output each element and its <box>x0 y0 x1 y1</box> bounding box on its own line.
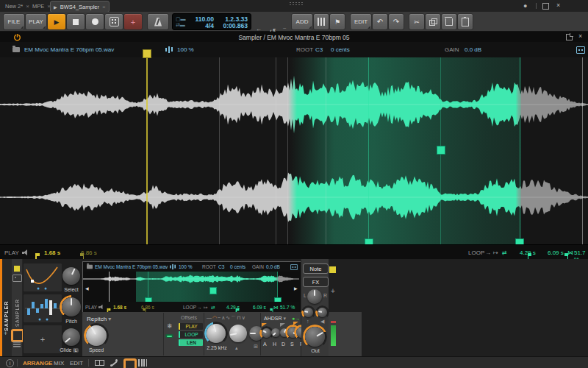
play-start-value[interactable]: 1.68 s <box>113 305 126 310</box>
loop-start-value[interactable]: 4.29 s <box>520 250 536 256</box>
loop-end-value[interactable]: 6.09 s <box>548 250 564 256</box>
play-end-value[interactable]: 6.86 s <box>141 305 154 310</box>
loop-mode-hold-icon[interactable]: ↦ <box>204 305 207 311</box>
layout-edit-button[interactable]: EDIT <box>70 360 83 367</box>
loop-mode-off-icon[interactable]: → <box>197 305 202 310</box>
next-device-enabled-toggle[interactable] <box>329 266 336 273</box>
loop-mode-off-icon[interactable]: → <box>485 250 491 256</box>
offset-play-button[interactable]: PLAY <box>179 323 203 330</box>
io-cable-icon[interactable] <box>110 359 118 367</box>
scroll-right-icon[interactable]: ▶ <box>294 286 298 291</box>
folder-icon[interactable] <box>12 47 20 52</box>
marker-button[interactable]: ⚑ <box>329 13 345 30</box>
zoom-fit-icon[interactable] <box>290 264 298 270</box>
envelope-dropdown[interactable]: AHDSR ▾ <box>264 316 286 322</box>
loop-start-value[interactable]: 4.29 s <box>226 305 240 310</box>
offset-loop-button[interactable]: LOOP <box>179 331 203 338</box>
drag-handle-icon[interactable] <box>289 1 304 6</box>
loop-mode-pingpong-icon[interactable]: ⇄ <box>211 305 215 311</box>
dual-display-icon[interactable] <box>95 360 104 366</box>
waveform-editor[interactable] <box>0 57 588 244</box>
zoom-value[interactable]: 100 % <box>179 264 192 269</box>
offset-len-button[interactable]: LEN <box>179 339 203 346</box>
track-strip[interactable]: SAMPLER + <box>0 259 12 356</box>
close-icon[interactable]: × <box>102 4 106 10</box>
play-start-marker-line[interactable] <box>146 57 148 244</box>
aux-knob-1[interactable] <box>304 308 313 317</box>
groove-button[interactable] <box>104 13 123 30</box>
loop-end-line[interactable] <box>520 57 520 244</box>
add-icon[interactable]: + <box>4 330 7 337</box>
pitch-knob[interactable] <box>62 297 81 316</box>
time-signature-value[interactable]: 4/4 <box>205 22 214 29</box>
close-window-icon[interactable]: × <box>556 1 560 9</box>
modulator-slot-curve[interactable] <box>23 263 62 292</box>
loop-start-line[interactable] <box>368 57 369 244</box>
zoom-gain-icon[interactable] <box>169 264 176 269</box>
cutoff-value[interactable]: 2.25 kHz <box>203 345 231 350</box>
layout-arrange-button[interactable]: ARRANGE <box>23 360 52 367</box>
modulator-slot-steps[interactable] <box>23 294 62 323</box>
folder-icon[interactable] <box>87 265 93 269</box>
audition-speaker-icon[interactable] <box>22 250 29 255</box>
loop-end-value[interactable]: 6.09 s <box>253 305 266 310</box>
loop-mode-hold-icon[interactable]: ↦ <box>493 250 498 256</box>
audition-speaker-icon[interactable] <box>98 305 104 309</box>
preset-icon[interactable] <box>12 275 22 282</box>
mixer-panel-toggle-icon[interactable] <box>138 359 147 367</box>
attack-knob[interactable] <box>262 328 271 338</box>
cutoff-knob[interactable] <box>207 324 226 343</box>
resonance-knob[interactable] <box>229 325 247 342</box>
speed-knob[interactable] <box>86 325 107 346</box>
restore-window-icon[interactable] <box>542 3 549 10</box>
paste-button[interactable] <box>457 13 473 30</box>
root-cents-value[interactable]: 0 cents <box>230 264 245 269</box>
glide-knob[interactable] <box>62 328 80 346</box>
play-menu-button[interactable]: PLAY <box>25 13 47 30</box>
zoom-gain-icon[interactable] <box>165 46 173 53</box>
freeze-led-icon[interactable] <box>165 334 173 338</box>
sample-file-name[interactable]: EM Mvoc Mantra E 70bpm 05.wav <box>95 264 168 269</box>
modulator-list-icon[interactable] <box>13 342 21 347</box>
device-enabled-toggle[interactable] <box>14 266 20 272</box>
mini-play-start-line[interactable] <box>109 272 110 302</box>
mini-waveform-svg[interactable] <box>83 272 299 302</box>
add-device-icon[interactable]: + <box>331 287 335 295</box>
mixer-toggle-button[interactable] <box>313 13 329 30</box>
delete-button[interactable] <box>441 13 457 30</box>
root-note-value[interactable]: C3 <box>315 46 323 53</box>
undo-button[interactable]: ↶ <box>372 13 388 30</box>
stop-button[interactable] <box>66 13 85 30</box>
play-start-handle[interactable] <box>143 49 151 58</box>
out-knob[interactable] <box>305 327 325 347</box>
zoom-value[interactable]: 100 % <box>177 46 194 53</box>
crossfade-value[interactable]: 51.7 % <box>280 305 295 310</box>
freeze-snowflake-icon[interactable]: ❄ <box>167 322 173 330</box>
edit-menu-button[interactable]: EDIT <box>350 13 372 30</box>
copy-button[interactable] <box>425 13 441 30</box>
device-header-strip[interactable]: SAMPLER <box>12 259 23 356</box>
play-end-line[interactable] <box>582 57 583 244</box>
loop-mode-pingpong-icon[interactable]: ⇄ <box>502 250 507 256</box>
popout-icon[interactable] <box>566 34 573 40</box>
time-value[interactable]: 0:00.863 <box>223 22 248 29</box>
info-icon[interactable]: i <box>6 359 14 367</box>
project-tab-new2[interactable]: New 2* × <box>2 1 32 11</box>
mini-crossfade-handle[interactable] <box>209 287 217 294</box>
sample-file-name[interactable]: EM Mvoc Mantra E 70bpm 05.wav <box>24 46 114 53</box>
root-note-value[interactable]: C3 <box>218 264 224 269</box>
mod-route-icon[interactable]: ●→ <box>292 316 300 321</box>
play-button[interactable]: ▶ <box>47 13 66 30</box>
loop-crossfade-handle[interactable] <box>437 146 445 155</box>
root-cents-value[interactable]: 0 cents <box>331 46 350 53</box>
aux-knob-2[interactable] <box>318 308 327 317</box>
play-end-value[interactable]: 6.86 s <box>81 250 97 256</box>
playback-mode-dropdown[interactable]: Repitch ▾ <box>87 316 111 322</box>
zoom-fit-icon[interactable] <box>576 46 585 54</box>
overdub-button[interactable]: + <box>123 13 143 30</box>
device-panel-toggle-icon[interactable] <box>123 358 137 368</box>
pan-knob[interactable] <box>307 289 322 304</box>
metronome-button[interactable] <box>147 13 169 30</box>
close-editor-icon[interactable]: × <box>578 32 582 40</box>
play-start-value[interactable]: 1.68 s <box>44 250 60 256</box>
